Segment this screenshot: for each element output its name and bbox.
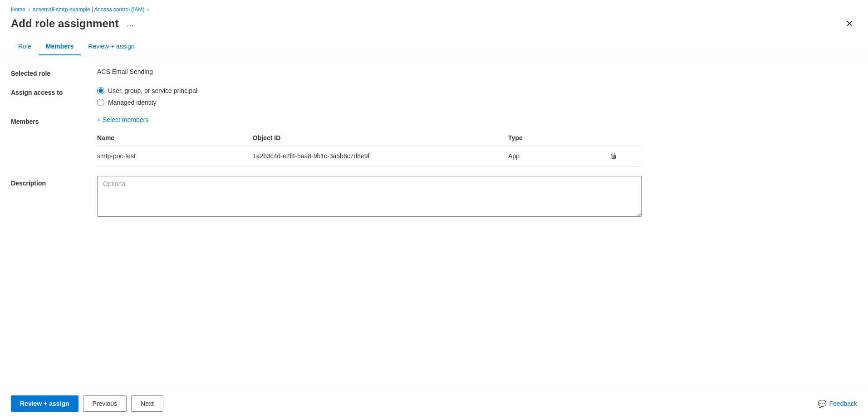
breadcrumb: Home › acsemail-smtp-example | Access co…: [0, 0, 868, 15]
feedback-label: Feedback: [829, 400, 857, 407]
footer-left: Review + assign Previous Next: [11, 395, 163, 412]
breadcrumb-home[interactable]: Home: [11, 6, 25, 13]
title-bar: Add role assignment ... ✕: [0, 15, 868, 38]
radio-option-managed[interactable]: Managed identity: [97, 99, 197, 106]
footer: Review + assign Previous Next 💬 Feedback: [0, 388, 868, 419]
page-title: Add role assignment: [11, 17, 118, 30]
feedback-button[interactable]: 💬 Feedback: [818, 400, 857, 408]
panel: Home › acsemail-smtp-example | Access co…: [0, 0, 868, 419]
members-section: Members + Select members Name Object ID …: [11, 116, 857, 167]
title-left: Add role assignment ...: [11, 17, 136, 30]
radio-user-label: User, group, or service principal: [108, 87, 197, 94]
description-textarea[interactable]: [97, 176, 642, 217]
delete-row-button[interactable]: 🗑: [608, 150, 619, 162]
col-header-type: Type: [508, 131, 608, 146]
breadcrumb-resource[interactable]: acsemail-smtp-example | Access control (…: [33, 6, 145, 13]
selected-role-row: Selected role ACS Email Sending: [11, 68, 857, 77]
members-table: Name Object ID Type smtp-poc-test 1a2b3c…: [97, 131, 642, 167]
cell-objectid: 1a2b3c4d-e2f4-5aa8-9b1c-3a5b6c7d8e9f: [253, 146, 508, 167]
select-members-button[interactable]: + Select members: [97, 116, 148, 123]
radio-option-user[interactable]: User, group, or service principal: [97, 87, 197, 94]
radio-managed[interactable]: [97, 99, 104, 106]
col-header-objectid: Object ID: [253, 131, 508, 146]
tab-review[interactable]: Review + assign: [81, 38, 142, 55]
assign-access-label: Assign access to: [11, 87, 97, 96]
table-header-row: Name Object ID Type: [97, 131, 642, 146]
review-assign-button[interactable]: Review + assign: [11, 395, 78, 412]
cell-action: 🗑: [608, 146, 642, 167]
assign-access-row: Assign access to User, group, or service…: [11, 87, 857, 106]
selected-role-label: Selected role: [11, 68, 97, 77]
members-label: Members: [11, 116, 97, 125]
description-row: Description: [11, 176, 857, 217]
cell-name: smtp-poc-test: [97, 146, 253, 167]
col-header-name: Name: [97, 131, 253, 146]
feedback-icon: 💬: [818, 400, 827, 408]
tab-role[interactable]: Role: [11, 38, 39, 55]
description-label: Description: [11, 176, 97, 187]
breadcrumb-sep2: ›: [147, 6, 149, 13]
cell-type: App: [508, 146, 608, 167]
ellipsis-button[interactable]: ...: [124, 18, 136, 29]
members-content: + Select members Name Object ID Type smt…: [97, 116, 857, 167]
table-row: smtp-poc-test 1a2b3c4d-e2f4-5aa8-9b1c-3a…: [97, 146, 642, 167]
close-button[interactable]: ✕: [842, 16, 857, 31]
col-header-action: [608, 131, 642, 146]
radio-managed-label: Managed identity: [108, 99, 157, 106]
next-button[interactable]: Next: [131, 395, 163, 412]
breadcrumb-sep1: ›: [28, 6, 30, 13]
selected-role-value: ACS Email Sending: [97, 68, 153, 75]
radio-group: User, group, or service principal Manage…: [97, 87, 197, 106]
tab-members[interactable]: Members: [39, 38, 81, 55]
tabs: Role Members Review + assign: [0, 38, 868, 55]
previous-button[interactable]: Previous: [83, 395, 127, 412]
content: Selected role ACS Email Sending Assign a…: [0, 55, 868, 388]
radio-user[interactable]: [97, 87, 104, 94]
